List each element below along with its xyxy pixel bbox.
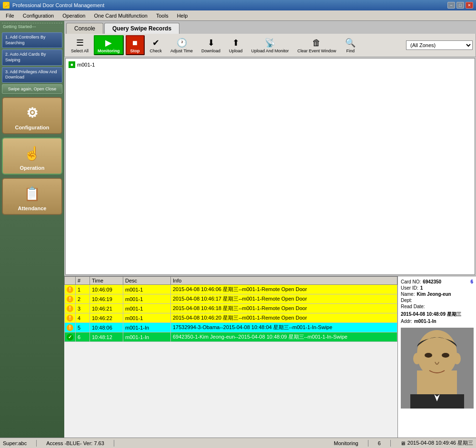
row-time: 10:48:06 [90, 323, 123, 332]
row-info: 6942350-1-Kim Jeong-eun--2015-04-08 10:4… [171, 332, 397, 342]
row-time: 10:48:12 [90, 332, 123, 342]
main-layout: Getting Started--- 1. Add Controllers By… [0, 21, 476, 438]
event-area: # Time Desc Info ! 1 10:46:09 m001-1 201… [64, 276, 476, 438]
event-table-container: # Time Desc Info ! 1 10:46:09 m001-1 201… [64, 276, 397, 438]
sidebar-operation-btn[interactable]: ☝ Operation [2, 137, 62, 175]
device-item[interactable]: ■ m001-1 [68, 60, 473, 69]
status-icon: ! [67, 315, 73, 321]
maximize-button[interactable]: □ [456, 2, 464, 9]
status-icon: ! [67, 324, 73, 331]
minimize-button[interactable]: − [447, 2, 455, 9]
row-time: 10:46:22 [90, 313, 123, 323]
table-row[interactable]: ! 4 10:46:22 m001-1 2015-04-08 10:46:20 … [65, 313, 397, 323]
svg-point-6 [442, 353, 449, 358]
read-date-label: Read Date: [401, 304, 473, 309]
status-divider-1 [36, 440, 37, 447]
read-date-value: 2015-04-08 10:48:09 星期三 [401, 311, 473, 318]
menu-file[interactable]: File [2, 12, 18, 19]
zone-selector[interactable]: (All Zones) [406, 40, 473, 50]
device-label: m001-1 [77, 62, 95, 68]
event-table: # Time Desc Info ! 1 10:46:09 m001-1 201… [64, 276, 397, 342]
svg-point-5 [425, 353, 432, 358]
table-row[interactable]: ✓ 6 10:48:12 m001-1-In 6942350-1-Kim Jeo… [65, 332, 397, 342]
stop-icon: ■ [129, 37, 141, 49]
status-datetime: 2015-04-08 10:49:46 星期三 [407, 439, 473, 447]
tab-query-swipe[interactable]: Query Swipe Records [104, 23, 179, 34]
sidebar-swipe[interactable]: Swipe again, Open Close [2, 84, 62, 94]
menu-bar: File Configuration Operation One Card Mu… [0, 10, 476, 21]
menu-operation[interactable]: Operation [59, 12, 89, 19]
row-num: 1 [76, 285, 90, 294]
device-status-icon: ■ [69, 61, 75, 68]
find-button[interactable]: 🔍 Find [341, 36, 359, 55]
sidebar-step-3[interactable]: 3. Add Privileges Allow And Download [2, 67, 62, 83]
row-desc: m001-1-In [123, 323, 171, 332]
svg-point-3 [413, 353, 421, 364]
card-no-value: 6942350 [423, 279, 441, 284]
status-icon: ! [67, 296, 73, 302]
configuration-icon: ⚙ [20, 101, 44, 125]
sidebar-attendance-btn[interactable]: 📋 Attendance [2, 178, 62, 215]
col-desc: Desc [123, 277, 171, 285]
row-info: 2015-04-08 10:46:06 星期三--m001-1-Remote O… [171, 285, 397, 294]
find-icon: 🔍 [345, 37, 356, 49]
status-clock-icon: 🖥 [400, 440, 406, 446]
user-id-value: 1 [420, 285, 423, 291]
stop-button[interactable]: ■ Stop [126, 35, 145, 55]
attendance-label: Attendance [18, 205, 47, 211]
upload-button[interactable]: ⬆ Upload [226, 36, 246, 55]
adjust-time-button[interactable]: 🕐 Adjust Time [167, 36, 196, 55]
attendance-icon: 📋 [20, 182, 44, 205]
card-no-suffix: 6 [470, 279, 473, 284]
row-status-icon: ✓ [65, 332, 76, 342]
table-row[interactable]: ! 1 10:46:09 m001-1 2015-04-08 10:46:06 … [65, 285, 397, 294]
status-user: Super:abc [3, 440, 27, 446]
toolbar: ☰ Select All ▶ Monitoring ■ Stop ✔ Check… [64, 34, 476, 57]
row-time: 10:46:09 [90, 285, 123, 294]
menu-onecard[interactable]: One Card Multifunction [90, 12, 151, 19]
close-button[interactable]: ✕ [466, 2, 473, 9]
name-label: Name: [401, 292, 415, 297]
menu-configuration[interactable]: Configuration [19, 12, 58, 19]
check-button[interactable]: ✔ Check [147, 36, 166, 55]
menu-help[interactable]: Help [173, 12, 192, 19]
select-all-button[interactable]: ☰ Select All [68, 36, 92, 55]
upload-monitor-icon: 📡 [264, 37, 276, 49]
content-area: Console Query Swipe Records ☰ Select All… [64, 21, 476, 438]
addr-label: Addr: [401, 319, 412, 324]
sidebar-step-2[interactable]: 2. Auto Add Cards By Swiping [2, 49, 62, 65]
monitoring-icon: ▶ [103, 37, 114, 49]
table-row[interactable]: ! 2 10:46:19 m001-1 2015-04-08 10:46:17 … [65, 294, 397, 304]
row-desc: m001-1 [123, 304, 171, 313]
sidebar-step-1[interactable]: 1. Add Controllers By Searching [2, 32, 62, 48]
configuration-label: Configuration [15, 125, 49, 130]
upload-icon: ⬆ [230, 37, 241, 49]
tab-console[interactable]: Console [66, 23, 103, 34]
row-desc: m001-1 [123, 294, 171, 304]
addr-value: m001-1-In [414, 319, 436, 324]
row-info: 17532994-3-Obama--2015-04-08 10:48:04 星期… [171, 323, 397, 332]
upload-monitor-button[interactable]: 📡 Upload And Monitor [248, 36, 292, 55]
row-num: 4 [76, 313, 90, 323]
sidebar: Getting Started--- 1. Add Controllers By… [0, 21, 64, 438]
monitoring-button[interactable]: ▶ Monitoring [94, 35, 124, 55]
row-time: 10:46:21 [90, 304, 123, 313]
check-icon: ✔ [150, 37, 161, 49]
table-row[interactable]: ! 5 10:48:06 m001-1-In 17532994-3-Obama-… [65, 323, 397, 332]
row-desc: m001-1 [123, 313, 171, 323]
status-monitoring: Monitoring [334, 440, 358, 446]
download-button[interactable]: ⬇ Download [198, 36, 224, 55]
col-num: # [76, 277, 90, 285]
row-info: 2015-04-08 10:46:17 星期三--m001-1-Remote O… [171, 294, 397, 304]
table-row[interactable]: ! 3 10:46:21 m001-1 2015-04-08 10:46:18 … [65, 304, 397, 313]
clear-event-button[interactable]: 🗑 Clear Event Window [294, 36, 340, 55]
row-status-icon: ! [65, 304, 76, 313]
row-num: 5 [76, 323, 90, 332]
user-id-label: User ID: [401, 285, 418, 291]
tab-bar: Console Query Swipe Records [64, 21, 476, 34]
sidebar-configuration-btn[interactable]: ⚙ Configuration [2, 97, 62, 134]
menu-tools[interactable]: Tools [152, 12, 172, 19]
clear-icon: 🗑 [311, 37, 322, 49]
svg-rect-7 [410, 394, 464, 409]
device-tree-panel: ■ m001-1 [65, 58, 475, 275]
